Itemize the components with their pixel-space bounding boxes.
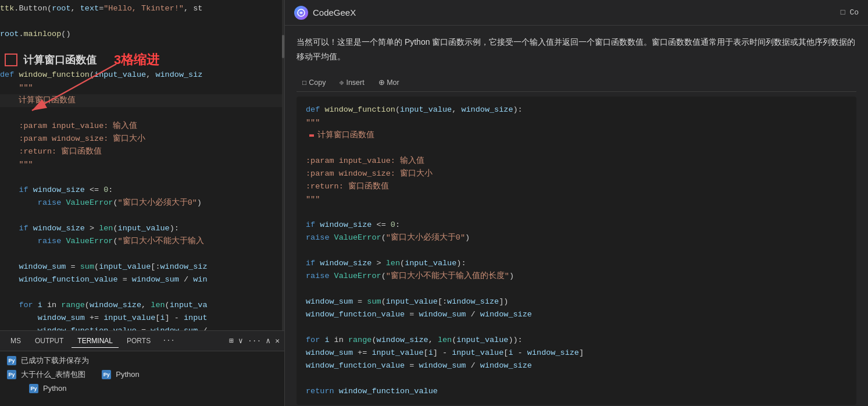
code-block-line-11: raise ValueError("窗口大小必须大于0"): [306, 232, 847, 244]
code-block: def window_function(input_value, window_…: [297, 97, 856, 405]
python-icon-4: Py: [29, 384, 38, 393]
code-line-22: window_function_value = window_sum / win: [0, 273, 284, 286]
more-label: ⊕ Mor: [378, 78, 399, 87]
code-line-1: ttk.Button(root, text="Hello, Tkinter!",…: [0, 2, 284, 15]
insert-icon: ⎆: [340, 79, 344, 87]
code-block-line-9: [306, 206, 847, 219]
insert-label: Insert: [346, 79, 364, 87]
code-line-7: """: [0, 81, 284, 94]
code-line-15: if window_size <= 0:: [0, 184, 284, 197]
terminal-text-1: 已成功下载并保存为: [21, 355, 89, 366]
code-block-line-18: [306, 321, 847, 334]
codegeex-header: CodeGeeX □ Co: [285, 0, 868, 26]
code-block-line-22: [306, 372, 847, 385]
code-block-line-5: :param input_value: 输入值: [306, 155, 847, 168]
copy-label: Copy: [309, 79, 326, 87]
code-line-14: [0, 171, 284, 184]
python-icon-3: Py: [102, 370, 111, 379]
action-bar: □ Copy ⎆ Insert ⊕ Mor: [297, 73, 856, 92]
terminal-panel: MS OUTPUT TERMINAL PORTS ··· ⊞ ∨ ··· ∧ ✕…: [0, 330, 284, 406]
terminal-row-3: Py Python: [7, 383, 277, 394]
code-block-line-4: [306, 142, 847, 155]
code-line-2: [0, 15, 284, 28]
python-icon-1: Py: [7, 356, 16, 365]
left-code-panel: ttk.Button(root, text="Hello, Tkinter!",…: [0, 0, 285, 406]
code-line-16: raise ValueError("窗口大小必须大于0"): [0, 197, 284, 209]
code-line-6: def window_function(input_value, window_…: [0, 69, 284, 81]
code-line-23: [0, 286, 284, 299]
code-block-line-1: def window_function(input_value, window_…: [306, 104, 847, 116]
copy-icon: □: [302, 79, 306, 87]
code-line-4: [0, 41, 284, 54]
code-block-line-20: window_sum += input_value[i] - input_val…: [306, 347, 847, 359]
terminal-text-4: Python: [43, 383, 66, 394]
code-block-line-8: """: [306, 193, 847, 206]
terminal-chevron-down[interactable]: ∨: [238, 336, 243, 346]
code-line-5: [0, 54, 284, 66]
header-collapse-icon[interactable]: □ Co: [841, 8, 859, 17]
red-box-highlight: [309, 134, 314, 137]
terminal-text-3: Python: [116, 369, 139, 380]
code-line-18: if window_size > len(input_value):: [0, 222, 284, 235]
codegeex-title: CodeGeeX: [313, 8, 356, 17]
terminal-tabs: MS OUTPUT TERMINAL PORTS ··· ⊞ ∨ ··· ∧ ✕: [0, 331, 284, 351]
tab-output[interactable]: OUTPUT: [29, 334, 69, 347]
code-block-line-16: window_sum = sum(input_value[:window_siz…: [306, 295, 847, 308]
code-line-17: [0, 209, 284, 222]
code-block-line-6: :param window_size: 窗口大小: [306, 168, 847, 180]
more-button[interactable]: ⊕ Mor: [375, 77, 403, 88]
terminal-row-1: Py 已成功下载并保存为: [7, 355, 277, 366]
code-editor[interactable]: ttk.Button(root, text="Hello, Tkinter!",…: [0, 0, 284, 330]
code-block-line-13: if window_size > len(input_value):: [306, 257, 847, 270]
codegeex-panel: CodeGeeX □ Co 当然可以！这里是一个简单的 Python 窗口函数示…: [285, 0, 868, 406]
code-block-line-14: raise ValueError("窗口大小不能大于输入值的长度"): [306, 270, 847, 283]
code-line-21: window_sum = sum(input_value[:window_siz: [0, 261, 284, 273]
terminal-text-2: 大于什么_表情包图: [21, 369, 85, 380]
chat-message: 当然可以！这里是一个简单的 Python 窗口函数示例，它接受一个输入值并返回一…: [297, 35, 856, 64]
tab-ports[interactable]: PORTS: [121, 334, 156, 347]
tab-terminal[interactable]: TERMINAL: [72, 334, 119, 348]
code-line-26: window function value = window sum /: [0, 325, 284, 330]
tab-ms[interactable]: MS: [5, 334, 27, 347]
code-line-3: root.mainloop(): [0, 28, 284, 41]
codegeex-logo-icon: [294, 6, 308, 20]
code-block-line-21: window_function_value = window_sum / win…: [306, 359, 847, 372]
code-line-24: for i in range(window_size, len(input_va: [0, 299, 284, 312]
code-line-13: """: [0, 158, 284, 171]
code-block-line-23: return window_function_value: [306, 385, 847, 398]
code-line-12: :return: 窗口函数值: [0, 145, 284, 158]
code-line-19: raise ValueError("窗口大小不能大于输入: [0, 235, 284, 248]
code-block-line-3: 计算窗口函数值: [306, 129, 847, 142]
code-line-9: [0, 107, 284, 120]
code-line-10: :param input_value: 输入值: [0, 120, 284, 133]
terminal-close-btn[interactable]: ✕: [275, 336, 280, 346]
insert-button[interactable]: ⎆ Insert: [336, 77, 367, 88]
copy-button[interactable]: □ Copy: [299, 77, 329, 88]
terminal-content: Py 已成功下载并保存为 Py 大于什么_表情包图 Py Python Py P…: [0, 351, 284, 398]
terminal-row-2: Py 大于什么_表情包图 Py Python: [7, 369, 277, 380]
code-block-line-15: [306, 283, 847, 295]
code-block-line-19: for i in range(window_size, len(input_va…: [306, 334, 847, 347]
terminal-split-btn[interactable]: ⊞: [229, 336, 234, 346]
code-line-25: window_sum += input_value[i] - input: [0, 312, 284, 325]
scroll-indicator[interactable]: [282, 0, 284, 330]
code-block-line-17: window_function_value = window_sum / win…: [306, 308, 847, 321]
code-block-line-7: :return: 窗口函数值: [306, 180, 847, 193]
code-block-line-2: """: [306, 116, 847, 129]
chat-content[interactable]: 当然可以！这里是一个简单的 Python 窗口函数示例，它接受一个输入值并返回一…: [285, 26, 868, 406]
terminal-controls: ⊞ ∨ ··· ∧ ✕: [229, 336, 280, 346]
code-block-line-10: if window_size <= 0:: [306, 219, 847, 232]
terminal-more-btn[interactable]: ···: [248, 337, 261, 346]
code-block-line-12: [306, 244, 847, 257]
header-right-controls: □ Co: [841, 8, 859, 17]
tab-dots[interactable]: ···: [159, 334, 178, 347]
code-line-8: 计算窗口函数值: [0, 94, 284, 107]
python-icon-2: Py: [7, 370, 16, 379]
terminal-maximize-btn[interactable]: ∧: [266, 336, 270, 346]
code-line-11: :param window_size: 窗口大小: [0, 133, 284, 145]
code-line-20: [0, 248, 284, 261]
